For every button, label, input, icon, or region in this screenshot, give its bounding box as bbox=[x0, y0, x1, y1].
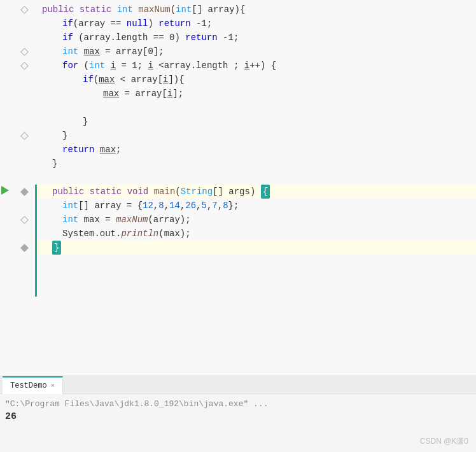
gutter-line-11 bbox=[0, 143, 31, 157]
code-line-13 bbox=[37, 171, 476, 185]
code-line-8 bbox=[37, 101, 476, 115]
editor-area: public static int maxNum(int[] array){ i… bbox=[0, 0, 476, 376]
gutter-line-14[interactable] bbox=[0, 185, 31, 199]
diamond-icon-4 bbox=[20, 47, 29, 56]
code-line-5: for (int i = 1; i <array.length ; i++) { bbox=[37, 59, 476, 73]
code-line-7: max = array[i]; bbox=[37, 87, 476, 101]
token-main: main bbox=[154, 185, 176, 199]
token-null-2: null bbox=[127, 17, 148, 31]
gutter bbox=[0, 3, 35, 376]
token-num-14: 14 bbox=[169, 199, 180, 213]
token-int-4: int bbox=[62, 45, 78, 59]
gutter-line-16 bbox=[0, 213, 31, 227]
token-max-6: max bbox=[99, 73, 115, 87]
gutter-line-12 bbox=[0, 157, 31, 171]
code-line-14: public static void main(String[] args) { bbox=[37, 185, 476, 199]
code-line-3: if (array.length == 0) return -1; bbox=[37, 31, 476, 45]
gutter-line-2 bbox=[0, 17, 31, 31]
gutter-line-17 bbox=[0, 227, 31, 241]
token-int-param: int bbox=[176, 3, 192, 17]
token-i2-5: i bbox=[148, 59, 153, 73]
console-line-1: "C:\Program Files\Java\jdk1.8.0_192\bin\… bbox=[5, 398, 471, 411]
gutter-line-6 bbox=[0, 73, 31, 87]
token-max-11: max bbox=[100, 143, 116, 157]
token-brace-14: { bbox=[261, 185, 270, 199]
code-line-2: if(array == null) return -1; bbox=[37, 17, 476, 31]
token-maxnum: maxNum bbox=[138, 3, 170, 17]
token-i-6: i bbox=[163, 73, 168, 87]
gutter-line-5 bbox=[0, 59, 31, 73]
token-return-3: return bbox=[185, 31, 217, 45]
diamond-icon-18 bbox=[20, 243, 29, 252]
code-line-16: int max = maxNum(array); bbox=[37, 213, 476, 227]
gutter-line-7 bbox=[0, 87, 31, 101]
token-num-8a: 8 bbox=[158, 199, 164, 213]
token-public-14: public bbox=[52, 185, 84, 199]
token-for-5: for bbox=[62, 59, 78, 73]
token-if-3: if bbox=[62, 31, 73, 45]
token-int-5: int bbox=[89, 59, 105, 73]
diamond-icon-1 bbox=[20, 5, 29, 14]
code-line-1: public static int maxNum(int[] array){ bbox=[37, 3, 476, 17]
gutter-line-18 bbox=[0, 241, 31, 255]
gutter-line-3 bbox=[0, 31, 31, 45]
gutter-line-13 bbox=[0, 171, 31, 185]
gutter-line-1 bbox=[0, 3, 31, 17]
token-i3-5: i bbox=[244, 59, 249, 73]
watermark: CSDN @K潇0 bbox=[420, 436, 468, 447]
tab-label: TestDemo bbox=[10, 381, 47, 390]
console-tab[interactable]: TestDemo × bbox=[3, 376, 63, 394]
token-int-1: int bbox=[117, 3, 133, 17]
code-line-11: return max; bbox=[37, 143, 476, 157]
token-if-2: if bbox=[62, 17, 73, 31]
token-println: println bbox=[121, 227, 158, 241]
token-i-5: i bbox=[111, 59, 116, 73]
token-static-14: static bbox=[90, 185, 122, 199]
token-maxnum-16: maxNum bbox=[116, 213, 148, 227]
token-max-7: max bbox=[103, 87, 119, 101]
token-void-14: void bbox=[127, 185, 149, 199]
token-return-11: return bbox=[62, 143, 94, 157]
code-line-17: System.out.println(max); bbox=[37, 227, 476, 241]
gutter-line-4 bbox=[0, 45, 31, 59]
code-line-15: int[] array = {12,8,14,26,5,7,8}; bbox=[37, 199, 476, 213]
diamond-icon-14 bbox=[20, 187, 29, 196]
run-button[interactable] bbox=[1, 186, 9, 197]
token-i-7: i bbox=[167, 87, 172, 101]
tab-close-button[interactable]: × bbox=[51, 382, 55, 390]
code-line-4: int max = array[0]; bbox=[37, 45, 476, 59]
token-num-26: 26 bbox=[185, 199, 196, 213]
token-num-7: 7 bbox=[212, 199, 217, 213]
token-max-4: max bbox=[84, 45, 100, 59]
token-public-1: public bbox=[42, 3, 74, 17]
token-close-main: } bbox=[52, 241, 61, 255]
gutter-line-10 bbox=[0, 129, 31, 143]
bottom-panel: TestDemo × "C:\Program Files\Java\jdk1.8… bbox=[0, 376, 476, 452]
code-line-12: } bbox=[37, 157, 476, 171]
token-if-6: if bbox=[83, 73, 94, 87]
token-num-12: 12 bbox=[143, 199, 153, 213]
console-line-2: 26 bbox=[5, 411, 471, 423]
token-int-15: int bbox=[62, 199, 78, 213]
diamond-icon-5 bbox=[20, 61, 29, 70]
token-return-2: return bbox=[158, 17, 190, 31]
code-line-6: if(max < array[i]){ bbox=[37, 73, 476, 87]
token-string-14: String bbox=[181, 185, 213, 199]
gutter-line-8 bbox=[0, 101, 31, 115]
code-container: public static int maxNum(int[] array){ i… bbox=[0, 0, 476, 376]
code-line-10: } bbox=[37, 129, 476, 143]
gutter-line-9 bbox=[0, 115, 31, 129]
diamond-icon-10 bbox=[20, 131, 29, 140]
token-static-1: static bbox=[80, 3, 111, 17]
diamond-icon-16 bbox=[20, 215, 29, 224]
code-line-9: } bbox=[37, 115, 476, 129]
token-num-8b: 8 bbox=[223, 199, 228, 213]
token-num-5: 5 bbox=[202, 199, 207, 213]
console-output: "C:\Program Files\Java\jdk1.8.0_192\bin\… bbox=[0, 394, 476, 427]
token-int-16: int bbox=[62, 213, 78, 227]
code-lines: public static int maxNum(int[] array){ i… bbox=[37, 3, 476, 376]
code-line-18: } bbox=[37, 241, 476, 255]
tab-bar: TestDemo × bbox=[0, 376, 476, 394]
gutter-line-15 bbox=[0, 199, 31, 213]
